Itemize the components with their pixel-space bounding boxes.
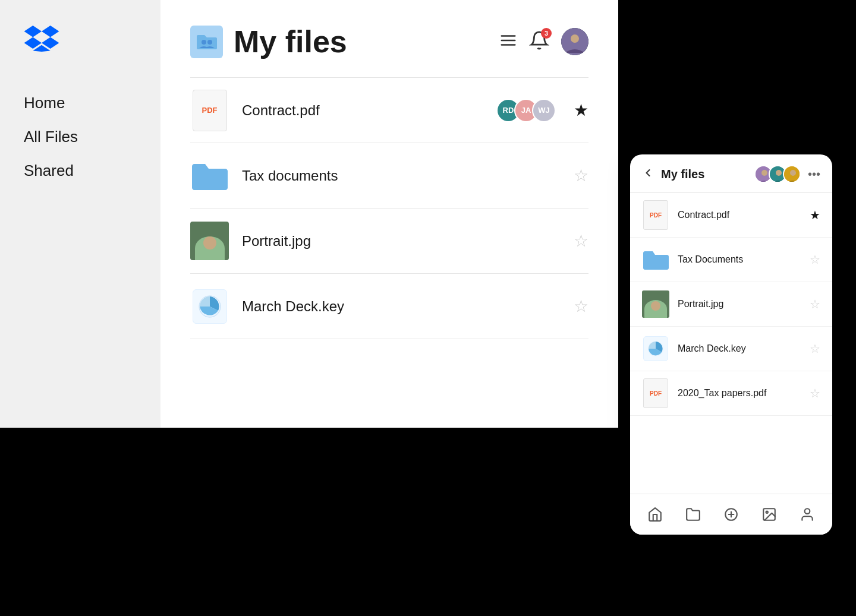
svg-point-13 xyxy=(790,170,796,176)
mobile-file-list: PDF Contract.pdf ★ Tax Documents ☆ Portr… xyxy=(630,193,832,494)
file-item-tax-documents[interactable]: Tax documents ☆ xyxy=(190,143,588,209)
file-list: PDF Contract.pdf RD JA WJ ★ Tax document… xyxy=(190,78,588,339)
main-content: My files 3 xyxy=(160,0,618,428)
sidebar-navigation: Home All Files Shared xyxy=(24,91,137,182)
mobile-star-contract[interactable]: ★ xyxy=(810,208,820,222)
star-button-portrait[interactable]: ☆ xyxy=(574,231,588,251)
mobile-panel-header: My files xyxy=(630,154,832,193)
mobile-star-march-deck[interactable]: ☆ xyxy=(810,342,820,356)
mobile-file-name-contract: Contract.pdf xyxy=(678,210,810,220)
mobile-file-item-contract[interactable]: PDF Contract.pdf ★ xyxy=(630,193,832,238)
file-item-portrait[interactable]: Portrait.jpg ☆ xyxy=(190,209,588,274)
mobile-file-item-2020tax[interactable]: PDF 2020_Tax papers.pdf ☆ xyxy=(630,371,832,416)
shared-avatars-contract: RD JA WJ xyxy=(496,99,556,122)
mobile-file-name-march-deck: March Deck.key xyxy=(678,343,810,354)
sidebar-logo xyxy=(24,24,137,56)
mobile-file-name-tax: Tax Documents xyxy=(678,254,810,265)
mobile-more-button[interactable]: ••• xyxy=(808,168,820,181)
mobile-icon-image-portrait xyxy=(642,290,669,318)
mobile-bottom-nav xyxy=(630,494,832,535)
svg-point-6 xyxy=(571,34,579,43)
file-icon-folder xyxy=(190,156,229,195)
file-name-march-deck: March Deck.key xyxy=(242,298,574,315)
svg-point-19 xyxy=(766,511,768,513)
mobile-star-portrait[interactable]: ☆ xyxy=(810,297,820,311)
mobile-back-button[interactable] xyxy=(642,167,654,181)
mobile-panel-title: My files xyxy=(661,168,754,181)
mobile-file-item-portrait[interactable]: Portrait.jpg ☆ xyxy=(630,282,832,327)
mobile-keynote-box xyxy=(643,336,668,361)
avatar-placeholder xyxy=(561,28,588,55)
dropbox-logo-icon xyxy=(24,24,59,53)
mobile-pdf-label-2020: PDF xyxy=(650,390,662,397)
mobile-pdf-box-2020: PDF xyxy=(643,378,668,408)
pdf-icon-box: PDF xyxy=(193,90,227,131)
mobile-icon-pdf-contract: PDF xyxy=(642,201,669,229)
sidebar: Home All Files Shared xyxy=(0,0,160,428)
mobile-file-name-portrait: Portrait.jpg xyxy=(678,299,810,309)
main-title-area: My files xyxy=(190,24,347,59)
mobile-star-tax[interactable]: ☆ xyxy=(810,252,820,267)
avatar-wj: WJ xyxy=(532,99,556,122)
keynote-icon-box xyxy=(193,289,227,324)
file-name-tax-documents: Tax documents xyxy=(242,168,574,184)
page-title: My files xyxy=(234,24,347,59)
mobile-icon-keynote-march xyxy=(642,335,669,362)
star-button-tax-documents[interactable]: ☆ xyxy=(574,166,588,185)
svg-point-11 xyxy=(776,170,782,176)
mobile-panel-avatars xyxy=(754,165,801,183)
svg-point-0 xyxy=(202,40,206,45)
file-icon-pdf: PDF xyxy=(190,91,229,129)
star-button-march-deck[interactable]: ☆ xyxy=(574,296,588,316)
main-header: My files 3 xyxy=(190,24,588,59)
notification-button[interactable]: 3 xyxy=(529,30,549,53)
file-item-contract[interactable]: PDF Contract.pdf RD JA WJ ★ xyxy=(190,78,588,143)
my-files-folder-icon xyxy=(190,26,223,58)
mobile-star-2020tax[interactable]: ☆ xyxy=(810,386,820,400)
mobile-nav-add[interactable] xyxy=(719,503,743,526)
file-icon-image xyxy=(190,222,229,260)
file-name-contract: Contract.pdf xyxy=(242,102,496,119)
file-icon-keynote xyxy=(190,287,229,326)
menu-button[interactable] xyxy=(499,31,517,52)
portrait-thumbnail xyxy=(190,222,229,260)
mobile-pdf-label: PDF xyxy=(650,212,662,219)
mobile-nav-files[interactable] xyxy=(681,503,705,526)
mobile-panel: My files xyxy=(630,154,832,535)
mobile-pdf-box: PDF xyxy=(643,200,668,230)
star-button-contract[interactable]: ★ xyxy=(574,100,588,120)
svg-point-1 xyxy=(207,40,212,45)
mobile-file-item-tax[interactable]: Tax Documents ☆ xyxy=(630,238,832,282)
pdf-label: PDF xyxy=(202,106,218,115)
file-item-march-deck[interactable]: March Deck.key ☆ xyxy=(190,274,588,339)
mobile-portrait-thumbnail xyxy=(642,290,669,318)
folder-icon xyxy=(190,160,229,191)
mobile-nav-home[interactable] xyxy=(643,503,667,526)
mobile-icon-folder-tax xyxy=(642,246,669,273)
svg-point-20 xyxy=(805,508,810,514)
sidebar-item-all-files[interactable]: All Files xyxy=(24,125,137,149)
mobile-nav-photos[interactable] xyxy=(757,503,781,526)
file-name-portrait: Portrait.jpg xyxy=(242,233,574,249)
mobile-icon-pdf-2020tax: PDF xyxy=(642,380,669,407)
user-avatar-button[interactable] xyxy=(561,28,588,55)
mobile-nav-account[interactable] xyxy=(795,503,819,526)
sidebar-item-home[interactable]: Home xyxy=(24,91,137,115)
mobile-file-name-2020tax: 2020_Tax papers.pdf xyxy=(678,388,810,399)
svg-point-9 xyxy=(761,170,767,176)
sidebar-item-shared[interactable]: Shared xyxy=(24,159,137,182)
header-actions: 3 xyxy=(499,28,588,55)
notification-count: 3 xyxy=(541,28,552,39)
mobile-file-item-march-deck[interactable]: March Deck.key ☆ xyxy=(630,327,832,371)
